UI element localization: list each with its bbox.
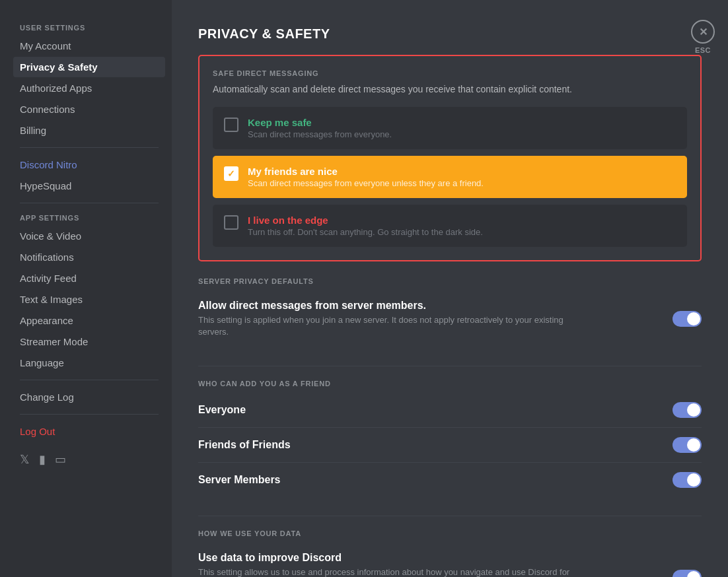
checkbox-live-edge[interactable]	[224, 215, 238, 230]
checkbox-friends-nice[interactable]	[224, 166, 238, 181]
allow-dm-row: Allow direct messages from server member…	[198, 290, 702, 347]
sidebar-item-connections[interactable]: Connections	[13, 99, 165, 119]
allow-dm-toggle[interactable]	[673, 311, 702, 327]
app-settings-label: APP SETTINGS	[13, 214, 165, 222]
allow-dm-label: Allow direct messages from server member…	[198, 300, 581, 312]
friends-of-friends-row: Friends of Friends	[198, 428, 702, 463]
allow-dm-desc: This setting is applied when you join a …	[198, 314, 581, 338]
user-settings-label: USER SETTINGS	[13, 24, 165, 32]
server-members-row: Server Members	[198, 463, 702, 497]
sidebar-item-my-account[interactable]: My Account	[13, 36, 165, 56]
sidebar-item-billing[interactable]: Billing	[13, 120, 165, 141]
sidebar-item-discord-nitro[interactable]: Discord Nitro	[13, 154, 165, 175]
option-keep-safe-title: Keep me safe	[248, 117, 392, 128]
sidebar: USER SETTINGS My Account Privacy & Safet…	[0, 0, 172, 577]
safe-dm-desc: Automatically scan and delete direct mes…	[213, 83, 687, 96]
sidebar-divider-1	[20, 147, 159, 148]
sidebar-item-voice-video[interactable]: Voice & Video	[13, 226, 165, 246]
allow-dm-text: Allow direct messages from server member…	[198, 300, 581, 338]
sidebar-item-logout[interactable]: Log Out	[13, 421, 165, 442]
use-data-row: Use data to improve Discord This setting…	[198, 543, 702, 577]
option-keep-safe-subtitle: Scan direct messages from everyone.	[248, 129, 392, 139]
facebook-icon[interactable]: ▮	[39, 452, 46, 467]
page-title: PRIVACY & SAFETY	[198, 26, 702, 42]
esc-circle-icon: ✕	[691, 20, 715, 44]
server-members-label: Server Members	[198, 474, 281, 486]
option-friends-nice-subtitle: Scan direct messages from everyone unles…	[248, 178, 484, 188]
option-live-edge[interactable]: I live on the edge Turn this off. Don't …	[213, 205, 687, 247]
how-we-use-section: HOW WE USE YOUR DATA Use data to improve…	[198, 529, 702, 577]
everyone-row: Everyone	[198, 393, 702, 428]
server-members-toggle[interactable]	[673, 472, 702, 488]
divider-2	[198, 516, 702, 516]
everyone-toggle[interactable]	[673, 402, 702, 418]
sidebar-item-hypesquad[interactable]: HypeSquad	[13, 176, 165, 196]
sidebar-item-authorized-apps[interactable]: Authorized Apps	[13, 78, 165, 98]
sidebar-item-appearance[interactable]: Appearance	[13, 310, 165, 331]
server-privacy-header: SERVER PRIVACY DEFAULTS	[198, 277, 702, 285]
option-live-edge-subtitle: Turn this off. Don't scan anything. Go s…	[248, 227, 483, 237]
sidebar-item-language[interactable]: Language	[13, 353, 165, 373]
how-we-use-header: HOW WE USE YOUR DATA	[198, 529, 702, 537]
sidebar-item-activity-feed[interactable]: Activity Feed	[13, 268, 165, 288]
who-can-add-header: WHO CAN ADD YOU AS A FRIEND	[198, 380, 702, 388]
esc-label: ESC	[695, 46, 711, 54]
sidebar-item-privacy-safety[interactable]: Privacy & Safety	[13, 57, 165, 77]
instagram-icon[interactable]: ▭	[55, 452, 66, 467]
use-data-text: Use data to improve Discord This setting…	[198, 552, 581, 577]
option-friends-nice-title: My friends are nice	[248, 166, 484, 177]
option-friends-nice-text: My friends are nice Scan direct messages…	[248, 166, 484, 188]
sidebar-item-notifications[interactable]: Notifications	[13, 247, 165, 267]
option-live-edge-text: I live on the edge Turn this off. Don't …	[248, 215, 483, 237]
use-data-desc: This setting allows us to use and proces…	[198, 566, 581, 577]
friends-of-friends-label: Friends of Friends	[198, 439, 291, 451]
option-keep-safe-text: Keep me safe Scan direct messages from e…	[248, 117, 392, 139]
option-friends-nice[interactable]: My friends are nice Scan direct messages…	[213, 156, 687, 198]
option-live-edge-title: I live on the edge	[248, 215, 483, 226]
who-can-add-section: WHO CAN ADD YOU AS A FRIEND Everyone Fri…	[198, 380, 702, 497]
friends-of-friends-toggle[interactable]	[673, 437, 702, 453]
use-data-label: Use data to improve Discord	[198, 552, 581, 564]
social-icons: 𝕏 ▮ ▭	[13, 452, 165, 467]
esc-button[interactable]: ✕ ESC	[691, 20, 715, 54]
checkbox-keep-safe[interactable]	[224, 118, 238, 132]
main-content: ✕ ESC PRIVACY & SAFETY SAFE DIRECT MESSA…	[172, 0, 728, 577]
divider-1	[198, 366, 702, 366]
safe-dm-section: SAFE DIRECT MESSAGING Automatically scan…	[198, 55, 702, 261]
sidebar-divider-3	[20, 380, 159, 380]
sidebar-divider-2	[20, 203, 159, 203]
use-data-toggle[interactable]	[673, 570, 702, 577]
twitter-icon[interactable]: 𝕏	[20, 452, 30, 467]
option-keep-safe[interactable]: Keep me safe Scan direct messages from e…	[213, 107, 687, 149]
safe-dm-header: SAFE DIRECT MESSAGING	[213, 69, 687, 77]
sidebar-divider-4	[20, 414, 159, 415]
sidebar-item-streamer-mode[interactable]: Streamer Mode	[13, 331, 165, 352]
sidebar-item-text-images[interactable]: Text & Images	[13, 289, 165, 310]
everyone-label: Everyone	[198, 404, 246, 416]
sidebar-item-change-log[interactable]: Change Log	[13, 387, 165, 407]
server-privacy-section: SERVER PRIVACY DEFAULTS Allow direct mes…	[198, 277, 702, 347]
